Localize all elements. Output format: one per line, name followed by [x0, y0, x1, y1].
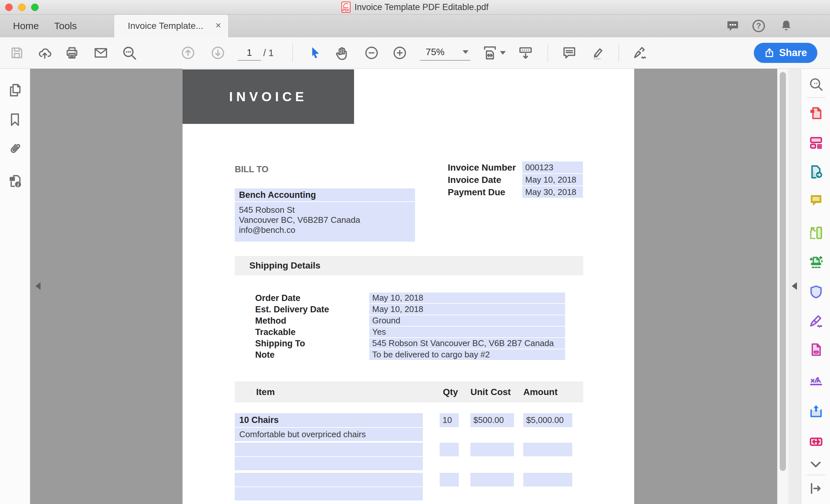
- share-button[interactable]: Share: [754, 43, 817, 63]
- scan-ocr-icon[interactable]: [808, 255, 824, 270]
- export-pdf-icon[interactable]: [808, 164, 824, 179]
- qty-column-header: Qty: [443, 381, 458, 403]
- note-field[interactable]: To be delivered to cargo bay #2: [369, 349, 565, 360]
- item-amount-field[interactable]: [523, 443, 572, 456]
- zoom-in-icon[interactable]: [393, 46, 407, 60]
- invoice-number-field[interactable]: 000123: [522, 161, 583, 173]
- invoice-date-label: Invoice Date: [448, 175, 501, 186]
- collapse-right-panel-icon[interactable]: [792, 282, 797, 290]
- edit-pdf-icon[interactable]: [808, 135, 824, 150]
- attachments-icon[interactable]: [7, 141, 22, 156]
- highlight-icon[interactable]: [587, 45, 605, 61]
- hand-tool-icon[interactable]: [334, 45, 349, 60]
- bookmarks-icon[interactable]: [7, 112, 22, 127]
- fit-width-icon[interactable]: [482, 45, 497, 61]
- invoice-number-label: Invoice Number: [448, 162, 516, 173]
- send-for-review-icon[interactable]: [808, 404, 824, 418]
- left-panel-rail: i: [0, 69, 30, 504]
- comment-tool-icon[interactable]: [808, 193, 824, 208]
- title-bar: PDF Invoice Template PDF Editable.pdf: [0, 0, 830, 14]
- zoom-level-dropdown[interactable]: 75%: [420, 45, 471, 61]
- bill-to-address-field[interactable]: 545 Robson St Vancouver BC, V6B2B7 Canad…: [235, 202, 415, 242]
- collapse-left-panel-icon[interactable]: [35, 282, 40, 290]
- share-button-label: Share: [779, 47, 807, 59]
- address-line: info@bench.co: [239, 225, 415, 235]
- trackable-field[interactable]: Yes: [369, 326, 565, 337]
- tab-bar: Home Tools Invoice Template... × ?: [0, 14, 830, 37]
- fill-sign-icon[interactable]: [808, 314, 824, 328]
- item-name-field[interactable]: [235, 473, 423, 486]
- zoom-out-icon[interactable]: [364, 46, 379, 60]
- item-name-field[interactable]: [235, 443, 423, 456]
- item-unit-cost-field[interactable]: [471, 473, 514, 486]
- items-table-header: Item Qty Unit Cost Amount: [235, 381, 583, 403]
- shipping-to-label: Shipping To: [255, 338, 305, 349]
- toolbar-divider: [292, 44, 293, 62]
- toolbar-divider: [548, 44, 548, 62]
- vertical-scrollbar[interactable]: [777, 69, 789, 504]
- search-icon[interactable]: [121, 45, 137, 61]
- item-unit-cost-field[interactable]: [471, 443, 514, 456]
- output-info-icon[interactable]: i: [7, 174, 23, 189]
- scrollbar-thumb[interactable]: [780, 72, 786, 471]
- item-description-field[interactable]: [235, 487, 423, 500]
- fullscreen-window-button[interactable]: [31, 4, 39, 11]
- shipping-to-field[interactable]: 545 Robson St Vancouver BC, V6B 2B7 Cana…: [369, 338, 565, 349]
- chevron-down-icon: [462, 50, 469, 54]
- close-tab-icon[interactable]: ×: [215, 14, 221, 37]
- bill-to-name-field[interactable]: Bench Accounting: [235, 188, 415, 201]
- help-icon[interactable]: ?: [752, 19, 766, 33]
- tab-document[interactable]: Invoice Template... ×: [114, 14, 228, 37]
- open-tools-panel-icon[interactable]: [808, 481, 823, 496]
- print-icon[interactable]: [65, 46, 79, 60]
- select-cursor-icon[interactable]: [309, 46, 321, 60]
- payment-due-field[interactable]: May 30, 2018: [522, 186, 583, 198]
- compress-pdf-icon[interactable]: [808, 434, 824, 449]
- tab-home[interactable]: Home: [12, 14, 40, 37]
- organize-pages-icon[interactable]: [808, 225, 824, 240]
- item-qty-field[interactable]: [440, 473, 459, 486]
- chevron-down-icon[interactable]: [500, 51, 506, 55]
- invoice-date-field[interactable]: May 10, 2018: [522, 174, 583, 186]
- notifications-bell-icon[interactable]: [779, 19, 793, 33]
- minimize-window-button[interactable]: [18, 4, 26, 11]
- create-pdf-icon[interactable]: [808, 105, 824, 120]
- order-date-field[interactable]: May 10, 2018: [369, 292, 565, 303]
- item-name-field[interactable]: 10 Chairs: [235, 413, 423, 427]
- rail-divider: [806, 475, 825, 475]
- page-display-icon[interactable]: [517, 45, 534, 60]
- find-tools-icon[interactable]: [808, 77, 824, 92]
- toolbar-divider: [618, 44, 619, 62]
- item-qty-field[interactable]: 10: [440, 413, 459, 427]
- acrobat-window: PDF Invoice Template PDF Editable.pdf Ho…: [0, 0, 830, 504]
- item-qty-field[interactable]: [440, 443, 459, 456]
- pdf-page: INVOICE BILL TO Bench Accounting 545 Rob…: [183, 69, 634, 504]
- prepare-form-icon[interactable]: [808, 342, 824, 357]
- request-signatures-icon[interactable]: [808, 374, 824, 389]
- email-icon[interactable]: [93, 46, 108, 60]
- more-tools-chevron-icon[interactable]: [808, 459, 823, 471]
- item-description-field[interactable]: Comfortable but overpriced chairs: [235, 428, 423, 441]
- bill-to-heading: BILL TO: [235, 164, 268, 175]
- rail-divider: [806, 97, 825, 98]
- cloud-upload-icon[interactable]: [37, 46, 53, 60]
- page-number-input[interactable]: 1: [238, 45, 261, 61]
- window-title: Invoice Template PDF Editable.pdf: [354, 2, 488, 12]
- feedback-bubble-icon[interactable]: [726, 20, 740, 33]
- item-amount-field[interactable]: [523, 473, 572, 486]
- page-down-icon[interactable]: [211, 46, 225, 60]
- page-up-icon[interactable]: [181, 46, 195, 60]
- item-description-field[interactable]: [235, 457, 423, 470]
- comment-icon[interactable]: [562, 45, 577, 60]
- est-delivery-date-field[interactable]: May 10, 2018: [369, 304, 565, 315]
- item-column-header: Item: [256, 381, 275, 403]
- sign-icon[interactable]: [632, 45, 648, 60]
- save-icon[interactable]: [10, 46, 24, 60]
- item-amount-field[interactable]: $5,000.00: [523, 413, 572, 427]
- close-window-button[interactable]: [5, 4, 13, 11]
- item-unit-cost-field[interactable]: $500.00: [471, 413, 514, 427]
- tab-tools[interactable]: Tools: [51, 14, 80, 37]
- page-thumbnails-icon[interactable]: [7, 83, 22, 98]
- protect-icon[interactable]: [808, 284, 824, 300]
- method-field[interactable]: Ground: [369, 315, 565, 326]
